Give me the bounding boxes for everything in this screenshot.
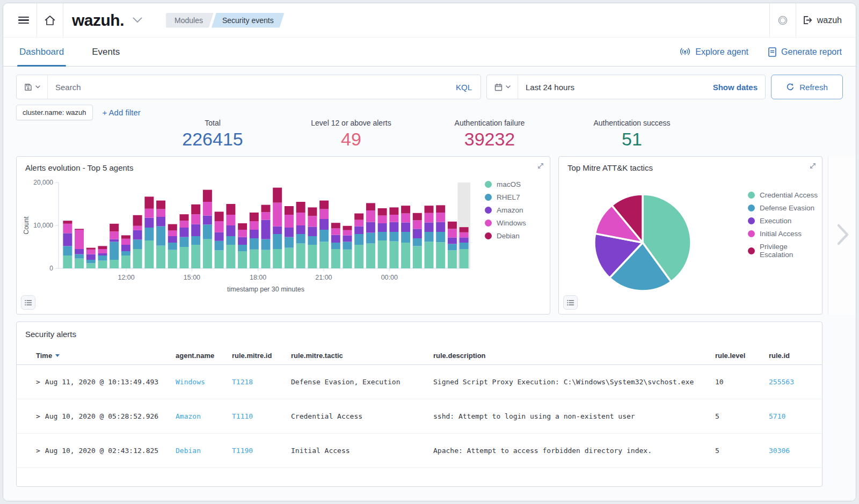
legend-item[interactable]: Execution: [748, 217, 822, 225]
agent-name-link[interactable]: Debian: [176, 447, 201, 455]
rule-id-link[interactable]: 255563: [769, 378, 794, 386]
menu-button[interactable]: [11, 3, 37, 38]
account-menu[interactable]: wazuh: [796, 15, 848, 25]
column-header-rule-mitre-id[interactable]: rule.mitre.id: [232, 352, 291, 360]
agent-name: Windows: [176, 378, 232, 386]
legend-swatch: [485, 232, 492, 239]
expand-row-caret[interactable]: >: [36, 447, 40, 455]
svg-text:20,000: 20,000: [33, 179, 53, 186]
legend-swatch: [748, 192, 755, 199]
agent-name-link[interactable]: Amazon: [176, 412, 201, 420]
app-window: wazuh. Modules Security events: [3, 3, 856, 501]
alert-timestamp: Aug 11, 2020 @ 10:13:49.493: [45, 378, 158, 386]
expand-panel-button[interactable]: [537, 162, 544, 172]
mitre-tactics-pie-chart[interactable]: [589, 189, 696, 296]
panel-title: Alerts evolution - Top 5 agents: [25, 163, 134, 172]
generate-report-button[interactable]: Generate report: [768, 47, 842, 57]
metric-auth-failure: Authentication failure 39232: [409, 119, 570, 150]
rule-level: 5: [715, 412, 769, 420]
inspect-data-button[interactable]: [21, 295, 35, 310]
panel-carousel-strip: [828, 156, 856, 315]
rule-mitre-id-link[interactable]: T1218: [232, 378, 253, 386]
legend-item[interactable]: Credential Access: [748, 191, 822, 199]
alert-time: >Aug 10, 2020 @ 05:28:52.926: [36, 412, 176, 420]
next-panels-button[interactable]: [835, 222, 851, 250]
rule-id-link[interactable]: 5710: [769, 412, 785, 420]
health-check-button[interactable]: [770, 3, 796, 38]
expand-panel-button[interactable]: [809, 162, 817, 172]
rule-mitre-id-link[interactable]: T1110: [232, 412, 253, 420]
legend-swatch: [485, 207, 492, 214]
table-body: >Aug 11, 2020 @ 10:13:49.493WindowsT1218…: [17, 365, 822, 468]
add-filter-button[interactable]: + Add filter: [103, 108, 141, 117]
column-header-rule-level[interactable]: rule.level: [715, 352, 769, 360]
date-quick-select-button[interactable]: [487, 75, 518, 99]
alerts-evolution-bar-chart[interactable]: 010,00020,00012:0015:0018:0021:0000:00Co…: [20, 176, 483, 295]
svg-text:0: 0: [49, 265, 53, 272]
column-header-rule-id[interactable]: rule.id: [769, 352, 822, 360]
svg-text:00:00: 00:00: [381, 274, 398, 281]
rule-id-link[interactable]: 30306: [769, 447, 790, 455]
broadcast-icon: [679, 47, 691, 57]
home-button[interactable]: [37, 3, 63, 38]
tab-dashboard[interactable]: Dashboard: [17, 38, 66, 66]
wazuh-logo[interactable]: wazuh.: [72, 11, 124, 30]
legend-label: RHEL7: [497, 193, 520, 201]
panel-alerts-evolution: Alerts evolution - Top 5 agents 010,0002…: [16, 156, 550, 315]
legend-swatch: [748, 204, 755, 211]
metrics-row: Total 226415 Level 12 or above alerts 49…: [3, 119, 856, 157]
column-header-agent-name[interactable]: agent.name: [176, 352, 232, 360]
tab-events[interactable]: Events: [90, 38, 122, 66]
legend-swatch: [485, 194, 492, 201]
explore-agent-button[interactable]: Explore agent: [679, 47, 748, 57]
rule-description: Apache: Attempt to access forbidden dire…: [433, 447, 715, 455]
metric-level-12-alerts: Level 12 or above alerts 49: [271, 119, 432, 150]
legend-item[interactable]: RHEL7: [485, 193, 526, 201]
rule-mitre-id-link[interactable]: T1190: [232, 447, 253, 455]
column-header-rule-mitre-tactic[interactable]: rule.mitre.tactic: [291, 352, 433, 360]
legend-item[interactable]: Debian: [485, 232, 526, 240]
refresh-button[interactable]: Refresh: [771, 75, 843, 99]
filter-pill-cluster-name[interactable]: cluster.name: wazuh: [16, 105, 93, 120]
column-header-rule-description[interactable]: rule.description: [433, 352, 715, 360]
legend-item[interactable]: Windows: [485, 219, 526, 227]
save-icon: [24, 83, 33, 92]
date-range-value[interactable]: Last 24 hours: [518, 83, 713, 92]
breadcrumb-modules[interactable]: Modules: [166, 13, 214, 28]
chevron-down-icon[interactable]: [133, 17, 142, 23]
kql-toggle[interactable]: KQL: [447, 83, 481, 92]
alert-row: >Aug 11, 2020 @ 10:13:49.493WindowsT1218…: [17, 365, 822, 399]
chevron-right-icon: [835, 222, 851, 247]
rule-description: Signed Script Proxy Execution: C:\Window…: [433, 378, 715, 386]
rule-mitre-tactic: Defense Evasion, Execution: [291, 378, 433, 386]
panel-title: Top Mitre ATT&K tactics: [567, 163, 653, 172]
rule-mitre-tactic: Credential Access: [291, 412, 433, 420]
expand-row-caret[interactable]: >: [36, 412, 40, 420]
legend-item[interactable]: Defense Evasion: [748, 204, 822, 212]
legend-item[interactable]: Initial Access: [748, 230, 822, 238]
breadcrumb-security-events[interactable]: Security events: [212, 13, 285, 28]
legend-item[interactable]: Amazon: [485, 206, 526, 214]
show-dates-button[interactable]: Show dates: [713, 83, 765, 92]
column-header-time[interactable]: Time: [36, 352, 176, 360]
saved-queries-button[interactable]: [17, 75, 48, 99]
list-icon: [566, 299, 574, 306]
legend-item[interactable]: Privilege Escalation: [748, 243, 822, 259]
expand-icon: [809, 162, 817, 170]
svg-text:10,000: 10,000: [33, 222, 53, 229]
inspect-data-button[interactable]: [563, 295, 578, 310]
legend-swatch: [748, 217, 755, 224]
refresh-icon: [786, 83, 795, 91]
alert-row: >Aug 10, 2020 @ 02:43:12.825DebianT1190I…: [17, 434, 822, 468]
search-input[interactable]: [48, 83, 447, 92]
calendar-icon: [494, 83, 503, 92]
rule-level: 5: [715, 447, 769, 455]
metric-total: Total 226415: [132, 119, 293, 150]
expand-row-caret[interactable]: >: [36, 378, 40, 386]
agent-name-link[interactable]: Windows: [176, 378, 205, 386]
app-header: wazuh. Modules Security events: [3, 3, 856, 38]
bar-chart-legend: macOSRHEL7AmazonWindowsDebian: [485, 180, 526, 245]
legend-item[interactable]: macOS: [485, 180, 526, 188]
panel-security-alerts: Security alerts Time agent.name rule.mit…: [16, 322, 822, 487]
hamburger-icon: [18, 14, 29, 26]
